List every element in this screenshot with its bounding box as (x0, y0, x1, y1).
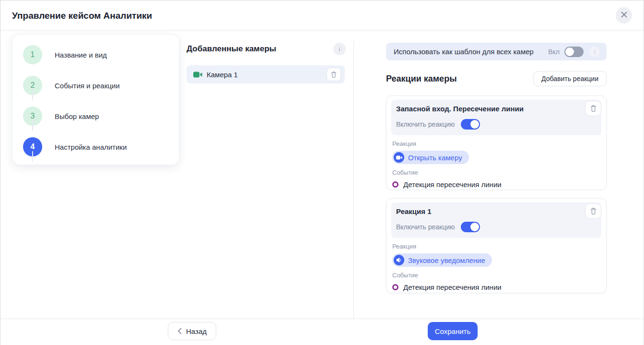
modal-header: Управление кейсом Аналитики (0, 0, 644, 30)
template-banner-label: Использовать как шаблон для всех камер (394, 48, 548, 56)
reaction-action-label: Открыть камеру (408, 154, 462, 162)
camera-name: Камера 1 (207, 71, 327, 79)
template-toggle[interactable] (564, 47, 584, 57)
reaction-card-header: Запасной вход. Пересечение линии Включит… (391, 100, 601, 135)
enable-reaction-label: Включить реакцию (396, 120, 455, 128)
step-label: События и реакции (55, 82, 120, 90)
reaction-title: Реакция 1 (396, 207, 574, 215)
delete-reaction-button[interactable] (585, 101, 601, 116)
toggle-knob (565, 48, 574, 56)
step-connector (32, 120, 33, 131)
back-button-label: Назад (186, 327, 207, 335)
chevron-left-icon (177, 328, 182, 334)
template-banner: Использовать как шаблон для всех камер В… (386, 43, 607, 60)
event-name: Детекция пересечения линии (403, 283, 502, 291)
step-analytics-setup[interactable]: 4 Настройка аналитики (12, 131, 179, 162)
event-row: Детекция пересечения линии (392, 180, 600, 189)
back-button[interactable]: Назад (168, 322, 216, 340)
reaction-card: Реакция 1 Включить реакцию Реакция Звуко… (386, 198, 607, 293)
info-icon[interactable]: i (589, 47, 600, 57)
sound-icon (394, 255, 404, 265)
trash-icon (590, 207, 597, 215)
reaction-card-header: Реакция 1 Включить реакцию (391, 202, 601, 238)
reaction-field-label: Реакция (392, 243, 600, 250)
delete-reaction-button[interactable] (585, 203, 601, 219)
close-icon (621, 11, 628, 20)
reaction-action-chip[interactable]: Открыть камеру (392, 151, 469, 164)
added-cameras-title: Добавленные камеры (187, 44, 276, 54)
reaction-card-body: Реакция Звуковое уведомление Событие Дет… (386, 243, 606, 291)
event-row: Детекция пересечения линии (392, 283, 600, 291)
toggle-knob (470, 120, 479, 129)
enable-reaction-row: Включить реакцию (396, 222, 574, 232)
step-connector (32, 151, 33, 162)
reactions-title: Реакции камеры (386, 74, 457, 84)
step-label: Выбор камер (55, 112, 99, 120)
step-camera-selection[interactable]: 3 Выбор камер (12, 101, 179, 131)
step-connector (32, 90, 33, 100)
modal-footer: Назад Сохранить (0, 319, 644, 345)
info-icon[interactable]: i (333, 43, 346, 55)
step-label: Настройка аналитики (55, 143, 127, 151)
close-button[interactable] (616, 7, 632, 24)
wizard-stepper: 1 Название и вид 2 События и реакции 3 В… (12, 34, 179, 165)
step-name-and-type[interactable]: 1 Название и вид (12, 39, 179, 70)
video-camera-icon (193, 71, 202, 78)
toggle-knob (470, 223, 479, 231)
event-field-label: Событие (392, 169, 600, 176)
camera-icon (394, 152, 404, 163)
enable-reaction-toggle[interactable] (461, 222, 480, 232)
event-name: Детекция пересечения линии (403, 180, 502, 189)
panel-divider (353, 41, 354, 319)
camera-list-item[interactable]: Камера 1 (187, 65, 345, 83)
delete-camera-button[interactable] (327, 68, 341, 81)
trash-icon (590, 105, 597, 112)
enable-reaction-toggle[interactable] (461, 119, 480, 130)
step-label: Название и вид (55, 51, 107, 59)
reactions-header: Реакции камеры Добавить реакции (386, 71, 607, 86)
reaction-card: Запасной вход. Пересечение линии Включит… (386, 95, 607, 190)
reaction-card-body: Реакция Открыть камеру Событие Детекция … (386, 140, 606, 189)
step-number-badge: 1 (23, 45, 42, 64)
analytics-case-modal: Управление кейсом Аналитики 1 Название и… (0, 0, 644, 345)
event-ring-icon (392, 284, 398, 290)
enable-reaction-row: Включить реакцию (396, 119, 574, 130)
reaction-field-label: Реакция (392, 140, 600, 147)
event-field-label: Событие (392, 272, 600, 279)
reaction-title: Запасной вход. Пересечение линии (396, 105, 574, 113)
toggle-state-label: Вкл (548, 48, 560, 56)
page-title: Управление кейсом Аналитики (12, 11, 152, 21)
add-reactions-button[interactable]: Добавить реакции (533, 71, 607, 86)
enable-reaction-label: Включить реакцию (396, 223, 455, 231)
reaction-action-chip[interactable]: Звуковое уведомление (392, 253, 492, 267)
reaction-action-label: Звуковое уведомление (408, 256, 485, 264)
step-events-reactions[interactable]: 2 События и реакции (12, 70, 179, 101)
event-ring-icon (392, 181, 398, 188)
save-button[interactable]: Сохранить (428, 322, 478, 340)
trash-icon (330, 71, 337, 78)
